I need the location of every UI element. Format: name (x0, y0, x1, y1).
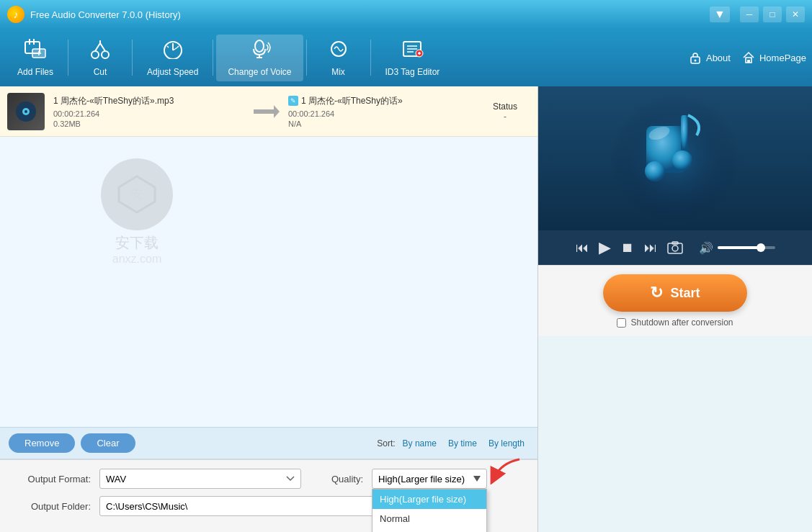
status-value: - (480, 112, 530, 122)
quality-option-high[interactable]: High(Larger file size) (372, 490, 486, 509)
start-button[interactable]: ↻ Start (603, 274, 747, 312)
title-bar: ♪ Free Audio Converter 7.0.0 (History) ▼… (0, 0, 812, 29)
file-thumbnail (7, 93, 45, 130)
toolbar-homepage[interactable]: HomePage (742, 51, 806, 64)
status-column: Status - (480, 102, 530, 122)
toolbar-adjust-speed[interactable]: Adjust Speed (135, 35, 210, 81)
svg-point-28 (694, 60, 696, 62)
sort-by-length[interactable]: By length (484, 437, 529, 450)
remove-button[interactable]: Remove (9, 433, 75, 453)
toolbar-id3[interactable]: ID3 Tag Editor (374, 35, 452, 81)
svg-point-16 (255, 40, 264, 52)
toolbar-sep-2 (132, 40, 133, 76)
shutdown-label: Shutdown after conversion (630, 317, 733, 328)
svg-line-8 (95, 43, 100, 51)
main-area: 1 周杰伦-«听TheShy的话».mp3 00:00:21.264 0.32M… (0, 86, 812, 532)
add-files-label: Add Files (17, 67, 53, 77)
window-controls: ▼ ─ □ ✕ (710, 6, 805, 22)
file-list: 1 周杰伦-«听TheShy的话».mp3 00:00:21.264 0.32M… (0, 86, 537, 137)
output-na: N/A (288, 120, 480, 128)
svg-rect-34 (254, 109, 274, 114)
toolbar-add-files[interactable]: Add Files (6, 35, 65, 81)
lock-icon (689, 51, 702, 64)
folder-input[interactable] (99, 496, 388, 516)
start-icon: ↻ (650, 284, 663, 302)
volume-control: 🔊 (699, 241, 775, 255)
close-button[interactable]: ✕ (786, 6, 805, 22)
arrow-icon (252, 101, 281, 122)
skip-forward-button[interactable]: ⏭ (644, 240, 657, 256)
clear-button[interactable]: Clear (81, 433, 135, 453)
quality-option-normal[interactable]: Normal (372, 509, 486, 528)
window-menu-button[interactable]: ▼ (710, 6, 730, 22)
watermark-text: 安下载 (115, 233, 159, 253)
svg-line-15 (177, 46, 179, 48)
play-button[interactable]: ▶ (599, 238, 611, 257)
mix-icon (327, 39, 350, 64)
toolbar-about[interactable]: About (689, 51, 731, 64)
maximize-button[interactable]: □ (763, 6, 782, 22)
output-name: ✎ 1 周杰伦-«听TheShy的话» (288, 95, 480, 107)
change-voice-icon (248, 39, 271, 64)
convert-arrow (245, 101, 288, 122)
status-header: Status (480, 102, 530, 112)
output-format-label: Output Format: (12, 474, 91, 484)
minimize-button[interactable]: ─ (740, 6, 759, 22)
toolbar-change-of-voice[interactable]: Change of Voice (216, 35, 303, 81)
quality-option-low[interactable]: Low(Smaller file size) (372, 528, 486, 532)
adjust-speed-icon (161, 39, 184, 64)
output-duration: 00:00:21.264 (288, 109, 480, 118)
add-files-icon (24, 39, 47, 64)
toolbar-sep-3 (213, 40, 213, 76)
svg-rect-30 (747, 60, 750, 63)
file-output: ✎ 1 周杰伦-«听TheShy的话» 00:00:21.264 N/A (288, 95, 480, 128)
settings-panel: Output Format: WAV MP3 AAC FLAC OGG Qual… (0, 459, 537, 532)
volume-icon: 🔊 (699, 241, 713, 255)
toolbar-sep-5 (370, 40, 371, 76)
svg-point-46 (672, 245, 678, 251)
svg-point-7 (102, 51, 109, 58)
toolbar-mix[interactable]: Mix (310, 35, 367, 81)
sort-by-name[interactable]: By name (398, 437, 441, 450)
quality-dropdown: High(Larger file size) Normal Low(Smalle… (372, 489, 487, 532)
home-icon (742, 51, 755, 64)
toolbar-cut[interactable]: Cut (71, 35, 129, 81)
right-panel-wrapper: ⏮ ▶ ⏹ ⏭ 🔊 ↻ Sta (538, 86, 812, 532)
quality-selected-text: High(Larger file size) (378, 474, 465, 484)
stop-button[interactable]: ⏹ (621, 240, 634, 256)
id3-icon (401, 39, 424, 64)
svg-marker-35 (274, 105, 280, 118)
id3-label: ID3 Tag Editor (385, 67, 440, 77)
screenshot-button[interactable] (667, 241, 683, 254)
about-label: About (706, 53, 731, 63)
toolbar-right: About HomePage (689, 51, 806, 64)
output-folder-label: Output Folder: (12, 501, 91, 512)
sort-by-time[interactable]: By time (444, 437, 481, 450)
watermark: 安 安下载 anxz.com (101, 158, 173, 266)
left-panel: 1 周杰伦-«听TheShy的话».mp3 00:00:21.264 0.32M… (0, 86, 538, 532)
format-select[interactable]: WAV MP3 AAC FLAC OGG (99, 469, 301, 489)
quality-label: Quality: (331, 474, 363, 484)
svg-point-6 (92, 51, 99, 58)
table-row: 1 周杰伦-«听TheShy的话».mp3 00:00:21.264 0.32M… (0, 86, 537, 137)
shutdown-checkbox[interactable] (617, 318, 626, 328)
quality-dropdown-container: High(Larger file size) High(Larger file … (372, 469, 487, 489)
svg-rect-41 (681, 115, 688, 151)
format-row: Output Format: WAV MP3 AAC FLAC OGG Qual… (12, 469, 526, 489)
volume-slider[interactable] (718, 246, 775, 249)
edit-icon[interactable]: ✎ (288, 96, 298, 106)
arrow-indicator (480, 456, 523, 487)
volume-thumb (757, 243, 765, 252)
preview-panel (538, 86, 812, 230)
skip-back-button[interactable]: ⏮ (576, 240, 589, 256)
cut-label: Cut (94, 67, 107, 77)
start-area: ↻ Start Shutdown after conversion (538, 265, 812, 336)
toolbar-sep-4 (306, 40, 307, 76)
watermark-url: anxz.com (112, 253, 161, 266)
file-duration: 00:00:21.264 (53, 109, 245, 118)
sort-area: Sort: By name By time By length (377, 437, 529, 450)
music-visual (603, 86, 747, 230)
quality-select[interactable]: High(Larger file size) (372, 469, 487, 489)
cut-icon (89, 39, 111, 64)
svg-text:安: 安 (131, 188, 143, 200)
